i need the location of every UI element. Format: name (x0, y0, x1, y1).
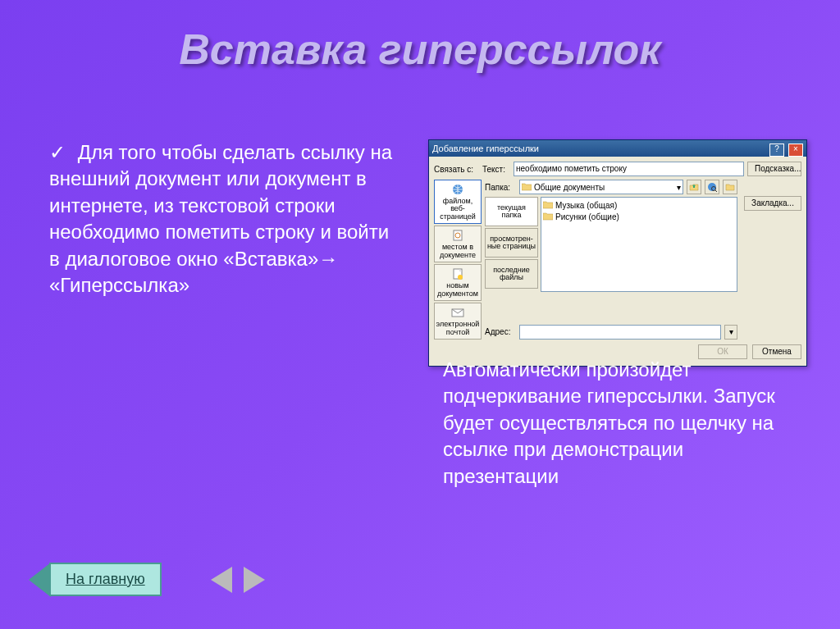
dialog-main: файлом, веб-страницей местом в документе… (434, 180, 801, 340)
next-slide-button[interactable] (244, 567, 265, 593)
up-folder-icon[interactable] (687, 180, 701, 194)
dialog-center: Папка: Общие документы ▾ текущая папка (485, 180, 737, 340)
nav-arrows (211, 567, 265, 593)
file-name: Рисунки (общие) (555, 212, 619, 221)
email-icon (450, 306, 466, 319)
text-row: Связать с: Текст: необходимо пометить ст… (434, 162, 801, 176)
folder-value: Общие документы (534, 183, 605, 192)
browse-tabs: текущая папка просмотрен-ные страницы по… (485, 197, 538, 322)
text-input[interactable]: необходимо пометить строку (514, 162, 744, 176)
tab-recent-files[interactable]: последние файлы (485, 259, 538, 289)
folder-icon (543, 212, 553, 221)
folder-row: Папка: Общие документы ▾ (485, 180, 737, 194)
tab-browsed-pages[interactable]: просмотрен-ные страницы (485, 228, 538, 258)
arrow-left-icon (31, 565, 51, 595)
sidebar-item-place[interactable]: местом в документе (434, 226, 482, 262)
address-row: Адрес: ▾ (485, 325, 737, 340)
folder-icon (543, 201, 553, 209)
dialog-right-buttons: Закладка... (744, 180, 801, 340)
checkmark-icon: ✓ (49, 141, 66, 163)
sidebar-item-newdoc[interactable]: новым документом (434, 264, 482, 301)
sidebar-label: файлом, веб-страницей (440, 197, 476, 221)
sidebar-item-email[interactable]: электронной почтой (434, 303, 482, 340)
dialog-title: Добавление гиперссылки (432, 140, 539, 157)
svg-point-4 (458, 275, 463, 280)
chevron-down-icon[interactable]: ▾ (724, 325, 737, 340)
slide-title: Вставка гиперссылок (0, 0, 840, 74)
text-label: Текст: (482, 165, 510, 174)
browse-web-icon[interactable] (705, 180, 719, 194)
right-paragraph: Автоматически произойдет подчеркивание г… (443, 357, 788, 490)
chevron-down-icon: ▾ (677, 183, 681, 192)
hyperlink-dialog: Добавление гиперссылки ? × Связать с: Те… (428, 139, 807, 367)
link-with-label: Связать с: (434, 165, 479, 174)
file-list[interactable]: Музыка (общая) Рисунки (общие) (541, 197, 737, 292)
navigation-area: На главную (49, 563, 265, 596)
sidebar-label: местом в документе (440, 243, 476, 258)
dialog-body: Связать с: Текст: необходимо пометить ст… (429, 157, 806, 366)
list-item[interactable]: Музыка (общая) (543, 199, 735, 211)
sidebar-label: новым документом (437, 281, 478, 297)
browse-area: текущая папка просмотрен-ные страницы по… (485, 197, 737, 322)
home-button-label: На главную (66, 571, 145, 587)
folder-label: Папка: (485, 183, 516, 192)
sidebar-item-file-web[interactable]: файлом, веб-страницей (434, 180, 482, 224)
link-type-sidebar: файлом, веб-страницей местом в документе… (434, 180, 482, 340)
help-icon[interactable]: ? (769, 144, 784, 157)
tooltip-button[interactable]: Подсказка... (747, 162, 801, 176)
slide: Вставка гиперссылок ✓ Для того чтобы сде… (0, 0, 840, 629)
folder-icon (522, 183, 532, 191)
home-button[interactable]: На главную (49, 563, 162, 596)
bookmark-button[interactable]: Закладка... (744, 196, 801, 211)
bullet-paragraph: ✓ Для того чтобы сделать ссылку на внешн… (49, 139, 394, 299)
address-label: Адрес: (485, 327, 516, 336)
globe-icon (450, 183, 466, 196)
tab-current-folder[interactable]: текущая папка (485, 197, 538, 226)
document-target-icon (450, 229, 466, 242)
prev-slide-button[interactable] (211, 567, 232, 593)
browse-file-icon[interactable] (723, 180, 737, 194)
folder-select[interactable]: Общие документы ▾ (519, 180, 683, 194)
sidebar-label: электронной почтой (436, 320, 480, 335)
file-name: Музыка (общая) (555, 201, 617, 210)
new-document-icon (450, 267, 466, 280)
dialog-titlebar: Добавление гиперссылки ? × (429, 140, 806, 157)
titlebar-buttons: ? × (768, 140, 803, 157)
close-icon[interactable]: × (788, 144, 803, 157)
address-input[interactable] (519, 325, 721, 340)
list-item[interactable]: Рисунки (общие) (543, 211, 735, 222)
bullet-text: Для того чтобы сделать ссылку на внешний… (49, 141, 392, 296)
